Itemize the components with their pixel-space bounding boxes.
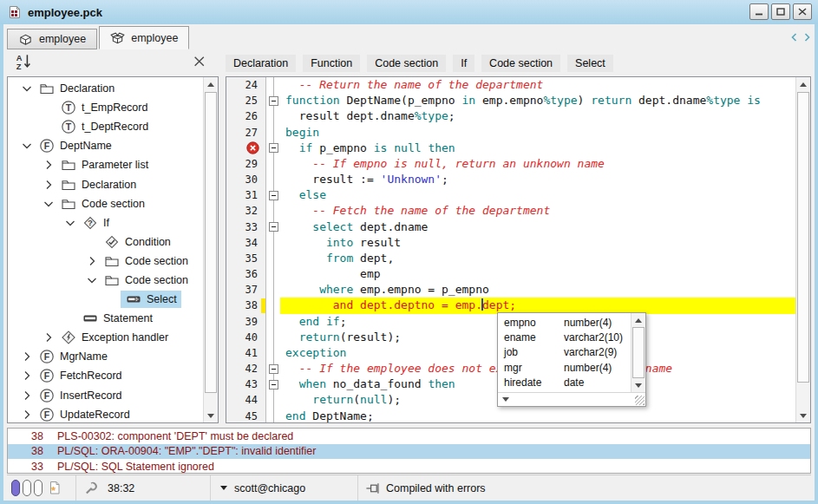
- sort-az-button[interactable]: AZ: [14, 52, 33, 71]
- error-row[interactable]: 38PLS-00302: component 'DEPT' must be de…: [8, 429, 810, 444]
- scroll-thumb[interactable]: [205, 92, 217, 393]
- error-row[interactable]: 38PL/SQL: ORA-00904: "EMP"."DEPT": inval…: [8, 444, 810, 460]
- panel-close-icon[interactable]: [193, 55, 206, 69]
- tree-item-code-section[interactable]: Code section: [8, 271, 203, 290]
- breadcrumb-declaration[interactable]: Declaration: [226, 55, 296, 72]
- code-text[interactable]: -- Fetch the name of the department: [280, 203, 795, 219]
- chevron-closed-icon[interactable]: [19, 388, 34, 403]
- code-line[interactable]: 37 where emp.empno = p_empno: [226, 282, 795, 298]
- code-line[interactable]: 27begin: [226, 125, 795, 141]
- chevron-closed-icon[interactable]: [19, 407, 34, 422]
- scroll-thumb[interactable]: [797, 92, 809, 383]
- tree-item-deptname[interactable]: FDeptName: [8, 136, 203, 155]
- code-text[interactable]: and dept.deptno = emp.dept;: [280, 298, 795, 313]
- code-line[interactable]: 45end DeptName;: [226, 409, 795, 422]
- code-line[interactable]: if p_empno is null then: [226, 141, 795, 156]
- completion-list[interactable]: empnonumber(4)enamevarchar2(10)jobvarcha…: [498, 313, 631, 392]
- completion-item-hiredate[interactable]: hiredatedate: [498, 376, 631, 390]
- chevron-closed-icon[interactable]: [41, 177, 56, 192]
- code-line[interactable]: 26 result dept.dname%type;: [226, 108, 795, 124]
- code-line[interactable]: 31 else: [226, 187, 795, 203]
- chevron-open-icon[interactable]: [62, 215, 77, 230]
- panel-indicator-icon[interactable]: [34, 480, 43, 496]
- chevron-open-icon[interactable]: [84, 272, 99, 287]
- code-line[interactable]: 32 -- Fetch the name of the department: [226, 203, 795, 219]
- fold-toggle[interactable]: [269, 143, 278, 153]
- tree-item-if[interactable]: ?If: [8, 213, 203, 232]
- scroll-down-icon[interactable]: [204, 409, 218, 422]
- panel-indicator-icon[interactable]: [11, 480, 20, 496]
- tree-scrollbar[interactable]: [203, 77, 218, 422]
- tree-item-code-section[interactable]: Code section: [8, 194, 203, 213]
- chevron-open-icon[interactable]: [19, 139, 34, 154]
- tree-item-t_emprecord[interactable]: Tt_EmpRecord: [8, 98, 203, 117]
- breadcrumb-function[interactable]: Function: [303, 55, 360, 72]
- code-line[interactable]: 24 -- Return the name of the department: [226, 77, 795, 93]
- code-text[interactable]: if p_empno is null then: [280, 141, 795, 156]
- error-row[interactable]: 33PL/SQL: SQL Statement ignored: [8, 459, 810, 474]
- tree-item-mgrname[interactable]: FMgrName: [8, 347, 203, 366]
- tree-item-exception-handler[interactable]: Exception handler: [8, 328, 203, 347]
- code-text[interactable]: function DeptName(p_empno in emp.empno%t…: [280, 93, 795, 108]
- fold-toggle[interactable]: [269, 364, 278, 374]
- resize-grip[interactable]: [635, 396, 645, 405]
- scroll-down-icon[interactable]: [631, 378, 645, 392]
- chevron-open-icon[interactable]: [41, 196, 56, 211]
- connection-selector[interactable]: scott@chicago: [211, 475, 358, 501]
- fold-toggle[interactable]: [269, 222, 278, 232]
- code-line[interactable]: 36 emp: [226, 266, 795, 282]
- completion-item-job[interactable]: jobvarchar2(9): [498, 345, 631, 360]
- breadcrumb-code-section[interactable]: Code section: [481, 55, 560, 72]
- popup-expand-icon[interactable]: [502, 397, 509, 402]
- code-line[interactable]: 30 result := 'Unknown';: [226, 172, 795, 187]
- scroll-up-icon[interactable]: [631, 313, 645, 327]
- chevron-open-icon[interactable]: [19, 82, 34, 96]
- scroll-up-icon[interactable]: [204, 77, 218, 91]
- popup-scrollbar[interactable]: [631, 313, 645, 392]
- completion-item-mgr[interactable]: mgrnumber(4): [498, 360, 631, 375]
- editor-scrollbar[interactable]: [795, 77, 810, 422]
- tree-item-select[interactable]: Select: [8, 290, 203, 309]
- code-text[interactable]: -- Return the name of the department: [280, 77, 795, 93]
- tree-item-updaterecord[interactable]: FUpdateRecord: [8, 405, 203, 422]
- breadcrumb-code-section[interactable]: Code section: [367, 55, 446, 72]
- chevron-closed-icon[interactable]: [19, 369, 34, 383]
- dropdown-arrow-icon[interactable]: [220, 486, 227, 490]
- tree-item-statement[interactable]: Statement: [8, 309, 203, 328]
- breadcrumb-if[interactable]: If: [453, 55, 474, 72]
- code-text[interactable]: from dept,: [280, 251, 795, 266]
- close-button[interactable]: [793, 3, 812, 20]
- tab-employee-active[interactable]: employee: [99, 26, 189, 49]
- code-text[interactable]: into result: [280, 235, 795, 251]
- tree-item-declaration[interactable]: Declaration: [8, 79, 203, 98]
- code-line[interactable]: 35 from dept,: [226, 251, 795, 266]
- code-line[interactable]: 34 into result: [226, 235, 795, 251]
- tree-item-t_deptrecord[interactable]: Tt_DeptRecord: [8, 117, 203, 136]
- code-text[interactable]: else: [280, 187, 795, 203]
- code-text[interactable]: -- If empno is null, return an unknown n…: [280, 156, 795, 172]
- completion-item-empno[interactable]: empnonumber(4): [498, 315, 631, 330]
- code-line[interactable]: 38 and dept.deptno = emp.dept;: [226, 298, 795, 313]
- code-line[interactable]: 33 select dept.dname: [226, 219, 795, 235]
- code-text[interactable]: select dept.dname: [280, 219, 795, 235]
- maximize-button[interactable]: [771, 3, 790, 20]
- chevron-closed-icon[interactable]: [41, 158, 56, 173]
- chevron-closed-icon[interactable]: [41, 331, 56, 345]
- tree-item-declaration[interactable]: Declaration: [8, 174, 203, 193]
- tree-item-fetchrecord[interactable]: FFetchRecord: [8, 366, 203, 385]
- minimize-button[interactable]: [749, 3, 769, 20]
- code-line[interactable]: 25function DeptName(p_empno in emp.empno…: [226, 93, 795, 108]
- nav-prev-icon[interactable]: [789, 32, 800, 43]
- fold-toggle[interactable]: [269, 380, 278, 389]
- code-text[interactable]: end DeptName;: [280, 409, 795, 422]
- panel-indicator-icon[interactable]: [23, 480, 31, 496]
- code-text[interactable]: where emp.empno = p_empno: [280, 282, 795, 298]
- tree-item-code-section[interactable]: Code section: [8, 252, 203, 271]
- scroll-thumb[interactable]: [632, 327, 645, 378]
- tree-item-parameter-list[interactable]: Parameter list: [8, 155, 203, 174]
- fold-toggle[interactable]: [269, 191, 278, 200]
- tree-item-condition[interactable]: Condition: [8, 232, 203, 252]
- tree-item-insertrecord[interactable]: FInsertRecord: [8, 386, 203, 405]
- scroll-down-icon[interactable]: [796, 409, 810, 422]
- code-text[interactable]: begin: [280, 125, 795, 141]
